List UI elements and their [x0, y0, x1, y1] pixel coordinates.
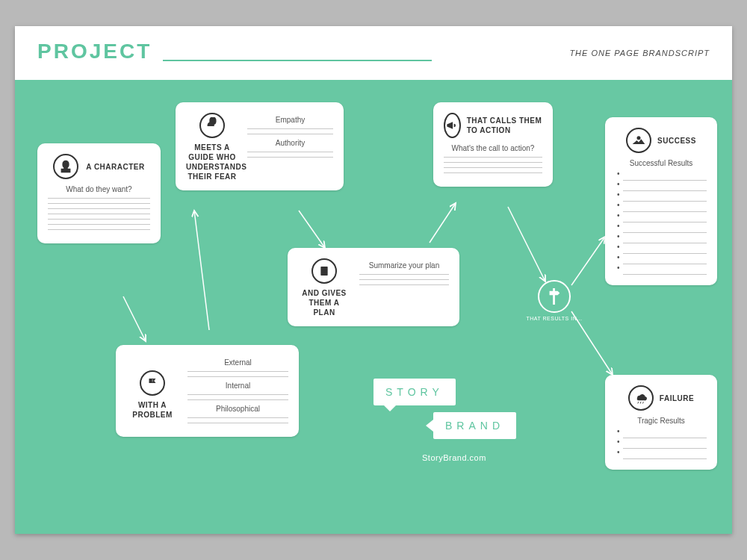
card-prompt: Tragic Results: [616, 417, 707, 425]
guide-silhouette-icon: [199, 113, 225, 138]
field-external: External: [187, 358, 288, 367]
svg-line-4: [508, 207, 545, 281]
card-guide[interactable]: MEETS A GUIDE WHO UNDERSTANDS THEIR FEAR…: [176, 102, 344, 190]
canvas: A CHARACTER What do they want? MEETS A G…: [15, 80, 732, 534]
card-title: MEETS A GUIDE WHO UNDERSTANDS THEIR FEAR: [186, 143, 238, 181]
svg-line-1: [194, 211, 209, 330]
svg-rect-10: [553, 288, 555, 305]
svg-line-3: [430, 203, 456, 243]
card-success[interactable]: SUCCESS Successful Results: [605, 117, 717, 285]
project-input-line[interactable]: [163, 60, 432, 61]
rain-cloud-icon: [628, 385, 654, 411]
card-prompt: What's the call to action?: [444, 144, 542, 152]
signpost-icon: [546, 287, 562, 306]
field-philosophical: Philosophical: [187, 405, 288, 413]
logo-line2: BRAND: [445, 420, 504, 432]
card-title: THAT CALLS THEM TO ACTION: [467, 116, 542, 135]
card-prompt: Summarize your plan: [359, 261, 449, 270]
field-internal: Internal: [187, 382, 288, 390]
card-title: A CHARACTER: [86, 162, 144, 172]
card-character[interactable]: A CHARACTER What do they want?: [37, 143, 161, 243]
svg-point-7: [637, 136, 641, 140]
subtitle: THE ONE PAGE BRANDSCRIPT: [569, 49, 710, 57]
card-prompt: Successful Results: [616, 159, 707, 167]
sunrise-icon: [626, 128, 651, 153]
document-icon: [311, 258, 337, 284]
field-authority: Authority: [247, 139, 333, 147]
card-failure[interactable]: FAILURE Tragic Results: [605, 375, 717, 470]
person-silhouette-icon: [53, 154, 78, 179]
svg-line-0: [123, 296, 146, 341]
header: PROJECT THE ONE PAGE BRANDSCRIPT: [15, 26, 732, 80]
card-cta[interactable]: THAT CALLS THEM TO ACTION What's the cal…: [433, 102, 553, 187]
results-node-caption: THAT RESULTS IN...: [524, 316, 584, 321]
project-title-block: PROJECT: [37, 40, 432, 63]
svg-rect-8: [320, 267, 327, 276]
worksheet-page: PROJECT THE ONE PAGE BRANDSCRIPT: [15, 26, 732, 534]
field-empathy: Empathy: [247, 116, 333, 124]
card-title: AND GIVES THEM A PLAN: [298, 288, 350, 317]
card-plan[interactable]: AND GIVES THEM A PLAN Summarize your pla…: [288, 248, 459, 326]
card-problem[interactable]: ! WITH A PROBLEM External Internal Philo…: [116, 345, 299, 437]
svg-line-5: [571, 237, 605, 285]
results-node: [538, 280, 571, 313]
card-title: SUCCESS: [657, 136, 696, 146]
flag-alert-icon: !: [140, 370, 165, 396]
card-title: WITH A PROBLEM: [126, 400, 179, 420]
logo-story-bubble: STORY: [374, 379, 456, 405]
logo-line1: STORY: [385, 386, 444, 398]
megaphone-icon: [444, 113, 461, 138]
card-title: FAILURE: [660, 393, 694, 403]
svg-line-2: [299, 211, 325, 248]
card-prompt: What do they want?: [48, 185, 150, 193]
project-label: PROJECT: [37, 40, 152, 63]
logo-url: StoryBrand.com: [422, 453, 486, 462]
logo-brand-bubble: BRAND: [433, 412, 516, 439]
